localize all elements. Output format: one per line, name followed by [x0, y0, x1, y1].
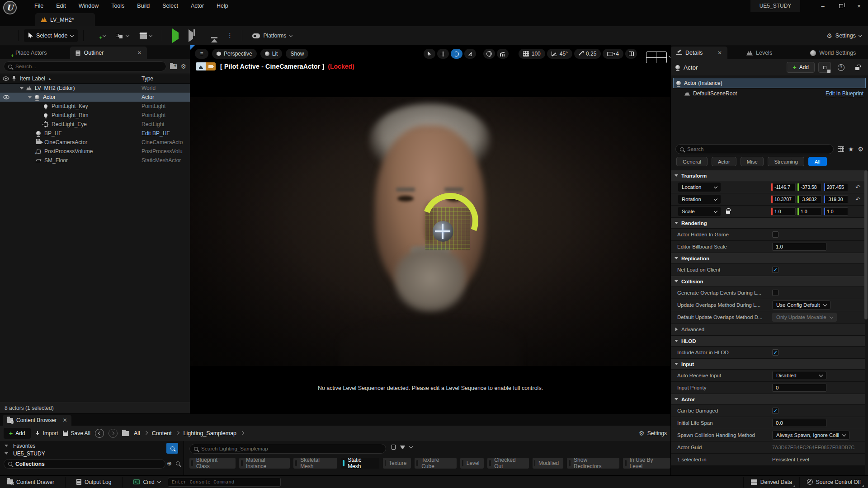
- settings-dropdown[interactable]: ⚙ Settings: [826, 26, 862, 45]
- input-priority-field[interactable]: 0: [772, 384, 826, 392]
- blueprints-dropdown[interactable]: [111, 32, 133, 39]
- pilot-camera-button[interactable]: [206, 62, 216, 70]
- favorites-star-icon[interactable]: ★: [848, 145, 854, 153]
- location-x-field[interactable]: -1146.7: [771, 183, 796, 191]
- details-settings-icon[interactable]: ⚙: [858, 146, 863, 152]
- close-icon[interactable]: ✕: [137, 50, 142, 56]
- category-general[interactable]: General: [676, 157, 708, 166]
- scale-tool-button[interactable]: [464, 49, 476, 59]
- scale-dropdown[interactable]: Scale: [678, 207, 721, 216]
- menu-edit[interactable]: Edit: [50, 0, 72, 12]
- section-input[interactable]: Input: [671, 359, 865, 369]
- rotation-x-field[interactable]: 10.3707: [771, 195, 796, 203]
- content-drawer-button[interactable]: Content Drawer: [4, 476, 58, 488]
- details-search-input[interactable]: [675, 144, 834, 154]
- details-scrollbar[interactable]: [864, 170, 868, 319]
- rotation-z-field[interactable]: -319.30: [824, 195, 848, 203]
- rotation-dropdown[interactable]: Rotation: [678, 195, 721, 204]
- console-command-input[interactable]: [168, 478, 281, 487]
- outliner-row-pointlight-rim[interactable]: PointLight_Rim PointLight: [0, 111, 190, 120]
- stop-piloting-button[interactable]: [196, 62, 206, 70]
- column-type[interactable]: Type: [142, 75, 153, 82]
- save-all-button[interactable]: Save All: [63, 430, 90, 436]
- section-replication[interactable]: Replication: [671, 253, 865, 263]
- close-icon[interactable]: ✕: [62, 417, 67, 423]
- cinematics-dropdown[interactable]: [135, 33, 156, 39]
- level-viewport[interactable]: ≡ Perspective Lit Show 100: [190, 45, 670, 413]
- filter-checked-out[interactable]: Checked Out: [487, 458, 529, 469]
- menu-help[interactable]: Help: [210, 0, 235, 12]
- expand-caret-icon[interactable]: [20, 87, 24, 89]
- tab-content-browser[interactable]: Content Browser ✕: [3, 415, 71, 426]
- cb-add-button[interactable]: + Add: [4, 428, 31, 439]
- generate-overlap-checkbox[interactable]: ✓: [772, 290, 778, 296]
- scene-root-row[interactable]: DefaultSceneRoot Edit in Blueprint: [671, 88, 868, 99]
- category-all[interactable]: All: [808, 157, 827, 166]
- rotation-y-field[interactable]: -3.9032: [797, 195, 822, 203]
- asset-search-field[interactable]: [201, 446, 382, 451]
- outliner-row-rectlight-eye[interactable]: RectLight_Eye RectLight: [0, 120, 190, 129]
- outliner-row-cinecamera[interactable]: CineCameraActor CineCameraActo: [0, 138, 190, 147]
- cmd-dropdown[interactable]: >_ Cmd: [130, 476, 164, 488]
- location-z-field[interactable]: 207.455: [824, 183, 848, 191]
- window-maximize-button[interactable]: [832, 0, 850, 12]
- tab-outliner[interactable]: Outliner ✕: [70, 47, 147, 59]
- outliner-row-pointlight-key[interactable]: PointLight_Key PointLight: [0, 102, 190, 111]
- filter-show-redirectors[interactable]: Show Redirectors: [567, 458, 619, 469]
- gizmo-crosshair[interactable]: [435, 230, 450, 232]
- billboard-scale-field[interactable]: 1.0: [772, 243, 826, 251]
- section-rendering[interactable]: Rendering: [671, 218, 865, 228]
- sources-search-toggle[interactable]: [166, 443, 178, 454]
- source-control-button[interactable]: Source Control Off: [803, 476, 864, 488]
- tab-details[interactable]: Details ✕: [671, 47, 727, 59]
- category-actor[interactable]: Actor: [712, 157, 736, 166]
- frame-skip-button[interactable]: [185, 33, 197, 39]
- details-search-field[interactable]: [687, 146, 829, 152]
- move-tool-button[interactable]: [437, 49, 449, 59]
- location-y-field[interactable]: -373.58: [797, 183, 822, 191]
- edit-bp-hf-link[interactable]: Edit BP_HF: [142, 130, 170, 136]
- include-hlod-checkbox[interactable]: ✓: [772, 349, 778, 356]
- net-load-checkbox[interactable]: ✓: [772, 267, 778, 273]
- filter-level[interactable]: Level: [460, 458, 484, 469]
- platforms-dropdown[interactable]: Platforms: [248, 33, 297, 39]
- rotate-tool-button[interactable]: [451, 49, 462, 59]
- camera-speed-dropdown[interactable]: 4: [603, 49, 623, 59]
- section-collision[interactable]: Collision: [671, 276, 865, 286]
- lock-details-button[interactable]: [851, 62, 863, 73]
- auto-receive-input-dropdown[interactable]: Disabled: [772, 371, 826, 380]
- tab-levels[interactable]: Levels: [741, 47, 778, 59]
- window-minimize-button[interactable]: –: [814, 0, 832, 12]
- breadcrumb-lighting-samplemap[interactable]: Lighting_Samplemap: [184, 430, 236, 436]
- play-options-button[interactable]: ⋮: [223, 33, 236, 39]
- menu-window[interactable]: Window: [72, 0, 105, 12]
- outliner-row-postprocess[interactable]: PostProcessVolume PostProcessVolu: [0, 147, 190, 156]
- menu-actor[interactable]: Actor: [184, 0, 210, 12]
- add-actor-dropdown[interactable]: +: [89, 32, 109, 39]
- collections-row[interactable]: Collections: [4, 459, 165, 469]
- eject-button[interactable]: [208, 33, 221, 39]
- update-overlaps-dropdown[interactable]: Use Config Default: [772, 300, 830, 310]
- life-span-field[interactable]: 0.0: [772, 419, 826, 427]
- section-actor[interactable]: Actor: [671, 394, 865, 404]
- import-button[interactable]: Import: [35, 430, 58, 436]
- outliner-row-actor[interactable]: Actor Actor: [0, 93, 190, 102]
- expand-caret-icon[interactable]: [28, 96, 32, 99]
- menu-tools[interactable]: Tools: [105, 0, 131, 12]
- advanced-expander[interactable]: Advanced: [671, 324, 865, 335]
- surface-snap-button[interactable]: [497, 49, 509, 59]
- close-icon[interactable]: ✕: [717, 50, 722, 56]
- display-options-icon[interactable]: [838, 146, 844, 152]
- scale-y-field[interactable]: 1.0: [797, 207, 822, 216]
- rotation-snap-dropdown[interactable]: 45°: [547, 49, 572, 59]
- filter-skeletal-mesh[interactable]: Skeletal Mesh: [293, 458, 337, 469]
- tab-level-lv-mh2[interactable]: LV_MH2*: [35, 13, 95, 26]
- scale-lock-icon[interactable]: [726, 211, 730, 214]
- maximize-viewport-button[interactable]: [625, 49, 637, 59]
- scale-z-field[interactable]: 1.0: [824, 207, 848, 216]
- edit-in-blueprint-link[interactable]: Edit in Blueprint: [826, 90, 863, 97]
- category-misc[interactable]: Misc: [741, 157, 764, 166]
- filter-in-use-by-level[interactable]: In Use By Level: [623, 458, 670, 469]
- project-root-row[interactable]: UE5_STUDY: [0, 450, 184, 457]
- outliner-settings-icon[interactable]: ⚙: [180, 63, 186, 70]
